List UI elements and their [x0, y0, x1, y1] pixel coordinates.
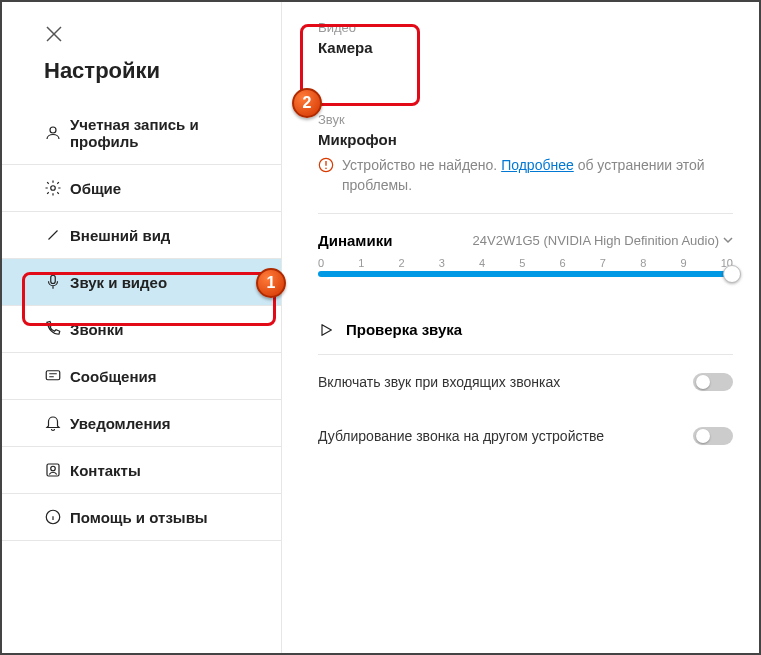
sidebar-item-label: Контакты — [70, 462, 141, 479]
sidebar-item-label: Учетная запись и профиль — [70, 116, 199, 150]
sidebar-item-messages[interactable]: Сообщения — [2, 353, 281, 400]
sidebar-item-contacts[interactable]: Контакты — [2, 447, 281, 494]
toggle-incoming-switch[interactable] — [693, 373, 733, 391]
close-icon[interactable] — [34, 14, 74, 54]
slider-ticks: 0 1 2 3 4 5 6 7 8 9 10 — [318, 257, 733, 269]
sidebar-item-label: Общие — [70, 180, 121, 197]
device-not-found-warning: Устройство не найдено. Подробнее об устр… — [318, 156, 733, 195]
message-icon — [44, 367, 70, 385]
svg-point-7 — [51, 466, 56, 471]
phone-icon — [44, 320, 70, 338]
sidebar-item-audio-video[interactable]: Звук и видео — [2, 259, 281, 306]
svg-point-3 — [51, 186, 56, 191]
sidebar-menu: Учетная запись и профиль Общие Внешний в… — [2, 102, 281, 541]
content-pane: Видео Камера Звук Микрофон Устройство не… — [282, 2, 759, 653]
learn-more-link[interactable]: Подробнее — [501, 157, 574, 173]
speakers-title: Динамики — [318, 232, 392, 249]
audio-section-label: Звук — [318, 112, 733, 127]
test-audio-button[interactable]: Проверка звука — [318, 305, 733, 355]
svg-point-2 — [50, 127, 56, 133]
svg-point-11 — [325, 168, 327, 170]
annotation-badge-1: 1 — [256, 268, 286, 298]
warning-icon — [318, 157, 334, 179]
bell-icon — [44, 414, 70, 432]
speakers-row: Динамики 24V2W1G5 (NVIDIA High Definitio… — [318, 213, 733, 249]
volume-slider-block: 0 1 2 3 4 5 6 7 8 9 10 — [318, 257, 733, 277]
warning-text: Устройство не найдено. Подробнее об устр… — [342, 156, 733, 195]
sidebar-item-label: Звонки — [70, 321, 123, 338]
sidebar-item-account[interactable]: Учетная запись и профиль — [2, 102, 281, 165]
toggle-label: Дублирование звонка на другом устройстве — [318, 428, 604, 444]
toggle-duplicate-ring: Дублирование звонка на другом устройстве — [318, 409, 733, 463]
info-icon — [44, 508, 70, 526]
toggle-label: Включать звук при входящих звонках — [318, 374, 560, 390]
toggle-incoming-sound: Включать звук при входящих звонках — [318, 355, 733, 409]
sidebar-item-label: Помощь и отзывы — [70, 509, 208, 526]
mic-icon — [44, 273, 70, 291]
slider-thumb[interactable] — [723, 265, 741, 283]
chevron-down-icon — [723, 233, 733, 248]
sidebar-item-notifications[interactable]: Уведомления — [2, 400, 281, 447]
speakers-device-select[interactable]: 24V2W1G5 (NVIDIA High Definition Audio) — [473, 233, 733, 248]
sidebar-item-label: Уведомления — [70, 415, 170, 432]
person-icon — [44, 124, 70, 142]
sidebar-item-appearance[interactable]: Внешний вид — [2, 212, 281, 259]
contacts-icon — [44, 461, 70, 479]
svg-rect-4 — [51, 275, 56, 283]
sidebar-item-calls[interactable]: Звонки — [2, 306, 281, 353]
gear-icon — [44, 179, 70, 197]
audio-section: Звук Микрофон Устройство не найдено. Под… — [318, 112, 733, 463]
microphone-title: Микрофон — [318, 131, 733, 148]
annotation-badge-2: 2 — [292, 88, 322, 118]
toggle-duplicate-switch[interactable] — [693, 427, 733, 445]
sidebar-item-label: Звук и видео — [70, 274, 167, 291]
test-audio-label: Проверка звука — [346, 321, 462, 338]
sidebar-item-general[interactable]: Общие — [2, 165, 281, 212]
sidebar-item-label: Сообщения — [70, 368, 156, 385]
video-section: Видео Камера — [318, 20, 733, 56]
sidebar: Настройки Учетная запись и профиль Общие… — [2, 2, 282, 653]
video-section-label: Видео — [318, 20, 733, 35]
camera-title: Камера — [318, 39, 733, 56]
page-title: Настройки — [2, 54, 281, 102]
sidebar-item-help[interactable]: Помощь и отзывы — [2, 494, 281, 541]
sidebar-item-label: Внешний вид — [70, 227, 170, 244]
svg-rect-5 — [46, 371, 60, 380]
volume-slider[interactable] — [318, 271, 733, 277]
wand-icon — [44, 226, 70, 244]
play-icon — [318, 322, 334, 338]
